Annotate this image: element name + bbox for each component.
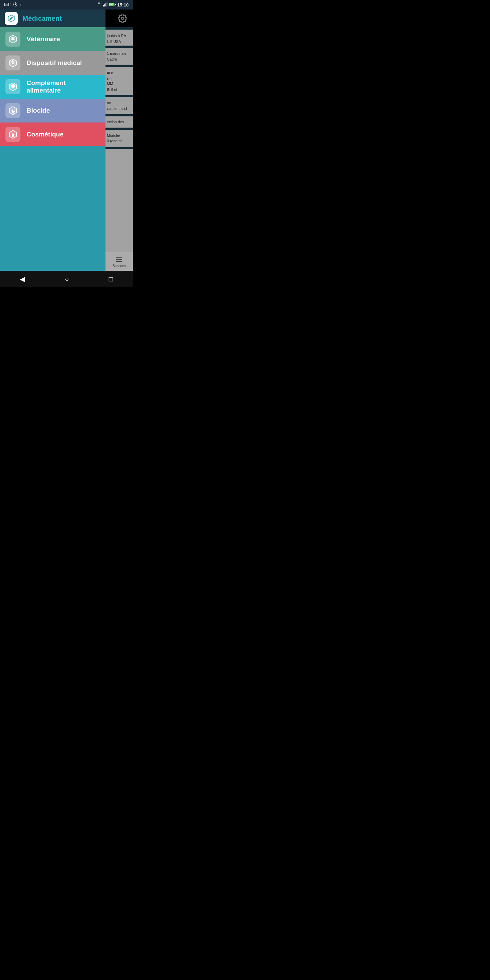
drawer-item-dispositif-medical[interactable]: Dispositif médical: [0, 51, 105, 75]
recent-button[interactable]: □: [108, 275, 113, 283]
drawer-empty-area: [0, 146, 105, 287]
dispositif-medical-label: Dispositif médical: [27, 59, 82, 67]
biocide-icon-wrap: [5, 103, 21, 118]
complement-alimentaire-icon-wrap: [5, 79, 21, 94]
svg-rect-10: [104, 4, 105, 6]
home-button[interactable]: ○: [65, 275, 69, 283]
biocide-label: Biocide: [27, 107, 50, 115]
signal-icon: [103, 2, 108, 8]
svg-rect-14: [115, 4, 116, 5]
veterinaire-icon-wrap: [5, 32, 21, 47]
medicament-icon-wrap: [5, 12, 18, 25]
dispositif-medical-icon-wrap: [5, 56, 21, 70]
dots-icon: ⁚: [10, 3, 11, 7]
drawer-item-cosmetique[interactable]: Cosmétique: [0, 123, 105, 146]
status-time: 15:10: [118, 2, 129, 8]
drawer-header-title: Médicament: [22, 14, 62, 22]
svg-rect-9: [103, 5, 104, 6]
status-bar: ⁚ ✓ 15:10: [0, 0, 133, 10]
keyboard-icon: [4, 2, 9, 8]
screen: joutés à RA UE-USA 1 mars nale, Cadre ur…: [0, 10, 133, 287]
svg-rect-1: [5, 4, 5, 4]
android-nav-bar: ◀ ○ □: [0, 271, 133, 287]
navigation-drawer: Médicament Vétérinaire: [0, 10, 105, 287]
svg-rect-12: [107, 2, 107, 6]
sync-icon: [13, 2, 18, 8]
cosmetique-label: Cosmétique: [27, 130, 64, 138]
svg-rect-2: [6, 4, 6, 4]
complement-alimentaire-label: Complément alimentaire: [27, 79, 100, 94]
check-icon: ✓: [19, 3, 22, 7]
svg-rect-0: [5, 3, 8, 6]
wifi-icon: [96, 2, 102, 8]
svg-rect-28: [12, 137, 14, 137]
svg-rect-11: [105, 3, 106, 6]
drawer-item-complement-alimentaire[interactable]: Complément alimentaire: [0, 75, 105, 99]
drawer-header[interactable]: Médicament: [0, 10, 105, 27]
status-right-icons: 15:10: [96, 2, 129, 8]
status-left-icons: ⁚ ✓: [4, 2, 22, 8]
svg-rect-3: [7, 4, 7, 4]
cosmetique-icon-wrap: [5, 127, 21, 142]
drawer-item-biocide[interactable]: Biocide: [0, 99, 105, 123]
battery-icon: [109, 2, 116, 8]
svg-rect-4: [8, 4, 8, 4]
back-button[interactable]: ◀: [20, 275, 25, 283]
drawer-item-veterinaire[interactable]: Vétérinaire: [0, 27, 105, 51]
veterinaire-label: Vétérinaire: [27, 35, 60, 43]
